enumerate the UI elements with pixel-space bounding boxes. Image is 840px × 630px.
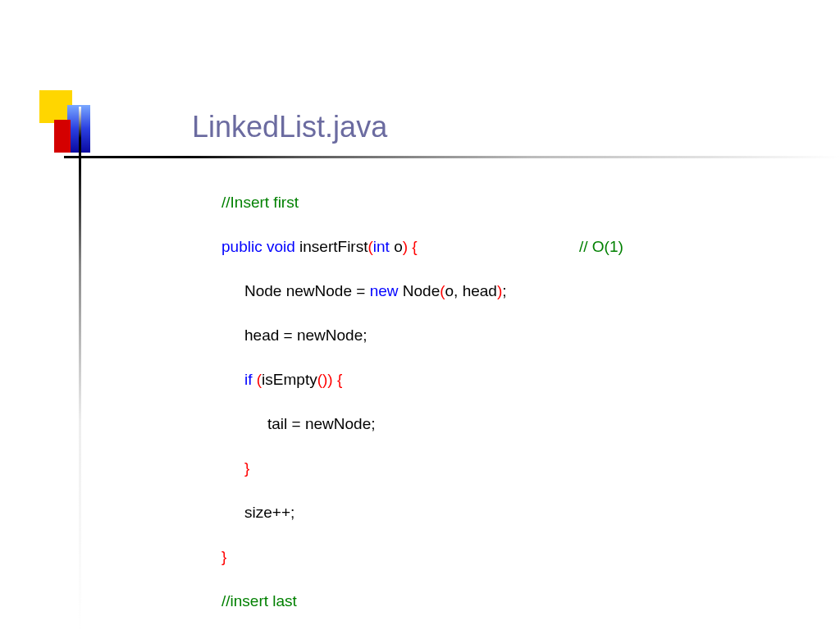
brace-close: }	[221, 548, 226, 565]
comment-insert-first: //Insert first	[221, 194, 299, 211]
type-Node: Node	[244, 282, 281, 299]
method-insertFirst: insertFirst	[299, 238, 368, 255]
kw-int: int	[373, 238, 390, 255]
comment-o1-first: // O(1)	[579, 235, 623, 258]
stmt-tail-assign: tail = newNode;	[267, 415, 376, 432]
ctor-Node: Node	[403, 282, 440, 299]
var-newNode: newNode	[286, 282, 352, 299]
kw-public: public	[221, 238, 262, 255]
brace-close: }	[244, 459, 249, 477]
slide-logo	[39, 90, 105, 156]
kw-new: new	[370, 282, 399, 299]
comment-insert-last: //insert last	[221, 592, 297, 609]
vertical-rule	[79, 107, 81, 630]
param-o: o	[394, 238, 403, 255]
call-isEmpty: isEmpty	[262, 371, 317, 388]
arg-head: head	[463, 282, 497, 299]
logo-red-rect	[54, 120, 71, 153]
kw-if: if	[244, 371, 253, 388]
stmt-head-assign: head = newNode;	[244, 326, 367, 344]
horizontal-rule	[64, 156, 840, 158]
code-block: //Insert first public void insertFirst(i…	[221, 169, 507, 630]
paren-close: )	[403, 238, 413, 255]
brace-open: {	[412, 238, 417, 255]
kw-void: void	[267, 238, 295, 255]
stmt-sizepp: size++;	[244, 504, 294, 521]
slide-title: LinkedList.java	[192, 110, 387, 144]
